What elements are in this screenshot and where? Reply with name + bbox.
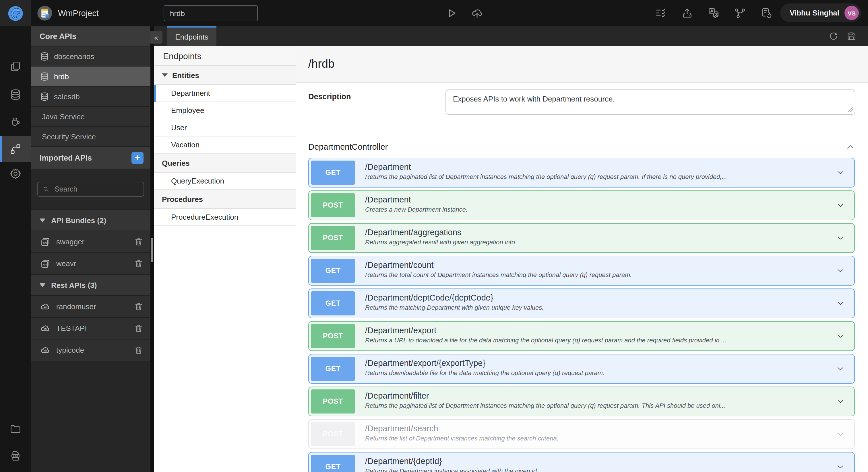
tree-item-label: User xyxy=(171,123,187,132)
rail-item-java[interactable] xyxy=(0,109,31,134)
api-group-label: API Bundles (2) xyxy=(51,216,106,225)
imported-api-item[interactable]: APIrandomuser xyxy=(31,296,150,318)
endpoint-info: /Department/deptCode/{deptCode}Returns t… xyxy=(357,289,854,318)
core-apis-title: Core APIs xyxy=(40,32,76,40)
chevron-up-icon[interactable] xyxy=(846,142,855,151)
tree-section-header[interactable]: Procedures xyxy=(154,190,296,209)
svg-text:API: API xyxy=(43,349,47,351)
run-icon[interactable] xyxy=(445,7,458,20)
project-icon xyxy=(37,5,53,21)
chevron-down-icon[interactable] xyxy=(836,201,845,210)
description-textarea[interactable]: Exposes APIs to work with Department res… xyxy=(445,90,856,115)
endpoint-card[interactable]: GET/Department/countReturns the total co… xyxy=(308,256,855,285)
chevron-down-icon[interactable] xyxy=(836,364,845,373)
settings-icon xyxy=(9,167,22,180)
endpoint-summary: Returns the paginated list of Department… xyxy=(365,173,829,180)
endpoint-path: /Department/export xyxy=(365,326,829,335)
core-api-item[interactable]: Security Service xyxy=(31,127,150,147)
core-apis-header: Core APIs xyxy=(31,26,150,46)
endpoint-card[interactable]: POST/Department/filterReturns the pagina… xyxy=(308,386,855,416)
imported-api-item[interactable]: APITESTAPI xyxy=(31,318,150,339)
save-icon[interactable] xyxy=(846,31,857,41)
collapse-panel-button[interactable]: « xyxy=(150,31,162,43)
rail-item-files[interactable] xyxy=(0,416,31,442)
method-badge: POST xyxy=(311,422,355,446)
panel-scrollbar-thumb[interactable] xyxy=(151,238,153,262)
core-api-item[interactable]: dbscenarios xyxy=(31,46,150,67)
chevron-down-icon[interactable] xyxy=(836,397,845,406)
imported-api-item[interactable]: APItypicode xyxy=(31,339,150,361)
trash-icon[interactable] xyxy=(134,345,144,355)
chevron-down-icon[interactable] xyxy=(836,299,845,308)
chevron-down-icon[interactable] xyxy=(836,430,845,439)
method-badge: GET xyxy=(311,455,355,472)
tree-item[interactable]: ProcedureExecution xyxy=(154,209,296,226)
trash-icon[interactable] xyxy=(134,259,144,268)
imported-search-input[interactable] xyxy=(53,185,139,194)
trash-icon[interactable] xyxy=(134,237,144,247)
rail-item-settings[interactable] xyxy=(0,161,31,187)
core-api-item[interactable]: hrdb xyxy=(31,67,150,87)
chevron-down-icon[interactable] xyxy=(836,266,845,275)
textarea-resize-grip[interactable] xyxy=(846,105,854,113)
endpoint-card[interactable]: POST/Department/exportReturns a URL to d… xyxy=(308,321,855,351)
version-control-icon[interactable] xyxy=(734,7,746,20)
export-deploy-icon[interactable] xyxy=(681,7,693,20)
project-chip[interactable]: WmProject xyxy=(37,4,99,22)
tree-item[interactable]: Vacation xyxy=(154,136,296,154)
add-imported-api-button[interactable]: + xyxy=(131,152,144,164)
cloud-upload-icon[interactable] xyxy=(471,7,484,20)
endpoint-list: GET/DepartmentReturns the paginated list… xyxy=(308,158,855,472)
imported-search-box[interactable] xyxy=(37,182,144,197)
apis-panel: Core APIs dbscenarios hrdb salesdbJava S… xyxy=(31,26,150,472)
imported-api-item[interactable]: APIweavr xyxy=(31,253,150,275)
tree-section-header[interactable]: Entities xyxy=(154,66,296,85)
api-group-header[interactable]: API Bundles (2) xyxy=(31,210,150,231)
tree-section-header[interactable]: Queries xyxy=(154,154,296,173)
chevron-down-icon[interactable] xyxy=(836,332,845,341)
app-window: WmProject xyxy=(0,0,868,472)
endpoint-path: /Department/count xyxy=(365,260,829,270)
endpoint-card[interactable]: GET/Department/export/{exportType}Return… xyxy=(308,354,855,384)
translate-icon[interactable] xyxy=(707,7,720,20)
file-sync-icon[interactable] xyxy=(760,7,773,20)
tree-section-label: Procedures xyxy=(162,195,203,203)
rail-item-more[interactable] xyxy=(0,470,31,472)
trash-icon[interactable] xyxy=(134,324,144,333)
endpoint-card[interactable]: GET/DepartmentReturns the paginated list… xyxy=(308,158,855,188)
chevron-down-icon[interactable] xyxy=(836,233,845,243)
rail-item-apis[interactable] xyxy=(0,136,31,162)
core-api-item[interactable]: salesdb xyxy=(31,87,150,107)
user-menu[interactable]: Vibhu Singhal VS xyxy=(780,3,861,22)
rail-item-database[interactable] xyxy=(0,82,31,107)
checklist-icon[interactable] xyxy=(654,7,667,20)
endpoint-card[interactable]: POST/DepartmentCreates a new Department … xyxy=(308,191,855,220)
endpoints-tree-panel: Endpoints EntitiesDepartmentEmployeeUser… xyxy=(154,46,296,472)
endpoint-card[interactable]: POST/Department/aggregationsReturns aggr… xyxy=(308,223,855,253)
tree-item[interactable]: Employee xyxy=(154,102,296,119)
project-search-input[interactable] xyxy=(164,5,258,21)
core-api-item[interactable]: Java Service xyxy=(31,107,150,127)
pages-icon xyxy=(9,60,22,73)
core-api-label: hrdb xyxy=(54,72,144,80)
brand-logo[interactable] xyxy=(0,0,31,26)
api-cloud-icon: API xyxy=(40,323,51,334)
trash-icon[interactable] xyxy=(134,302,144,311)
refresh-icon[interactable] xyxy=(828,31,839,41)
chevron-down-icon[interactable] xyxy=(836,462,845,471)
rail-item-logs[interactable]: LOG xyxy=(0,443,31,469)
imported-apis-title: Imported APIs xyxy=(40,154,92,162)
imported-api-item[interactable]: APIswagger xyxy=(31,231,150,253)
svg-text:LOG: LOG xyxy=(13,455,18,458)
endpoint-card[interactable]: GET/Department/{deptId}Returns the Depar… xyxy=(308,452,855,472)
api-group-header[interactable]: Rest APIs (3) xyxy=(31,275,150,296)
tab-endpoints[interactable]: Endpoints xyxy=(167,26,216,46)
endpoint-info: /Department/export/{exportType}Returns d… xyxy=(357,355,854,383)
endpoint-card[interactable]: POST/Department/searchReturns the list o… xyxy=(308,419,855,449)
tree-item[interactable]: Department xyxy=(154,85,296,102)
rail-item-pages[interactable] xyxy=(0,54,31,79)
chevron-down-icon[interactable] xyxy=(836,168,845,177)
tree-item[interactable]: User xyxy=(154,119,296,136)
endpoint-card[interactable]: GET/Department/deptCode/{deptCode}Return… xyxy=(308,289,855,318)
tree-item[interactable]: QueryExecution xyxy=(154,173,296,190)
